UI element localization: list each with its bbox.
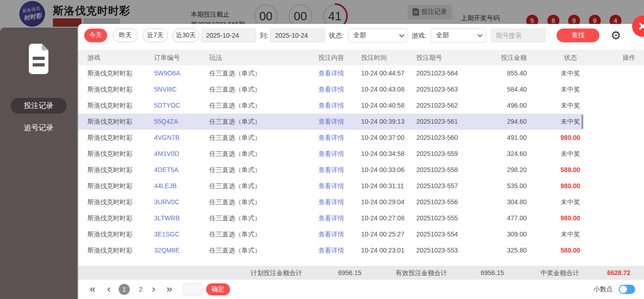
next-page-button[interactable]: › [152,282,155,297]
plan-total-value: 6956.15 [338,266,362,280]
cell-play-type: 任三直选（单式） [209,81,301,98]
prev-page-button[interactable]: ‹ [107,282,110,297]
cell-game: 斯洛伐克时时彩 [78,194,154,210]
last-page-button[interactable]: » [167,282,172,297]
cell-status: 未中奖 [527,81,614,98]
page-number[interactable]: 2 [135,284,146,295]
cell-bet-time: 10-24 00:34:58 [361,146,416,162]
sidebar-item-label: 投注记录 [24,101,53,111]
cell-bet-time: 10-24 00:23:01 [361,242,416,259]
date-from-input[interactable]: 2025-10-24 [201,29,256,42]
order-number-link[interactable]: 4VGN7B [154,134,179,141]
gear-icon[interactable]: ⚙ [608,27,624,44]
order-number-link[interactable]: 3URV0C [154,198,179,206]
cell-status: 未中奖 [527,98,614,114]
cell-play-type: 任三直选（单式） [209,178,301,194]
view-detail-link[interactable]: 查看详情 [318,69,344,77]
game-select-value: 全部 [436,31,449,40]
page-number-current[interactable]: 1 [119,284,130,295]
cell-status: 980.00 [527,130,614,146]
table-row: 斯洛伐克时时彩 4DET5A 任三直选（单式） 查看详情 10-24 00:33… [78,162,644,178]
summary-row: 计划投注金额合计 6956.15 有效投注金额合计 6956.15 中奖金额合计… [78,266,644,280]
view-detail-link[interactable]: 查看详情 [318,214,344,222]
cell-operation [614,210,644,226]
page-jump-confirm-button[interactable]: 确定 [206,283,230,295]
cell-play-type: 任三直选（单式） [209,210,301,226]
table-row: 斯洛伐克时时彩 55Q4ZA 任三直选（单式） 查看详情 10-24 00:39… [78,114,644,130]
cell-game: 斯洛伐克时时彩 [78,114,154,130]
search-button[interactable]: 查找 [557,29,599,42]
order-number-link[interactable]: 3LTWRB [154,214,180,222]
cell-bet-time: 10-24 00:39:13 [361,114,416,130]
plan-total-label: 计划投注金额合计 [251,266,302,280]
status-select-value: 全部 [353,31,366,40]
cell-play-type: 任三直选（单式） [209,226,301,242]
valid-total-label: 有效投注金额合计 [396,266,447,280]
cell-play-type: 任三直选（单式） [209,194,301,210]
game-filter-label: 游戏: [412,29,426,42]
order-number-link[interactable]: 44LEJB [154,182,177,190]
order-number-link[interactable]: 4DET5A [154,166,178,173]
quick-filter-7days[interactable]: 近7天 [143,29,168,42]
view-detail-link[interactable]: 查看详情 [318,150,344,157]
cell-bet-time: 10-24 00:40:58 [361,98,416,114]
cell-game: 斯洛伐克时时彩 [78,98,154,114]
cell-period: 20251023-558 [416,162,485,178]
order-number-link[interactable]: 32QM8E [154,247,179,254]
view-detail-link[interactable]: 查看详情 [318,102,344,109]
view-detail-link[interactable]: 查看详情 [318,118,344,125]
cell-status: 588.00 [527,242,614,259]
cell-amount: 324.60 [485,146,527,162]
status-filter-label: 状态: [329,29,344,42]
date-to-input[interactable]: 2025-10-24 [270,29,325,42]
cell-game: 斯洛伐克时时彩 [78,210,154,226]
cell-status: 588.00 [527,162,614,178]
win-total-label: 中奖金额合计 [540,266,579,280]
page-jump-input[interactable] [183,283,202,295]
cell-operation [614,130,644,146]
order-number-link[interactable]: 3E1SGC [154,230,179,238]
order-number-link[interactable]: 5DTYOC [154,102,180,109]
cell-period: 20251023-561 [416,114,485,130]
col-header-status: 状态 [527,50,614,65]
cell-bet-time: 10-24 00:29:04 [361,194,416,210]
order-number-link[interactable]: 5NVI8C [154,86,177,93]
order-number-link[interactable]: 4M1V0D [154,150,179,157]
cell-operation [614,194,644,210]
view-detail-link[interactable]: 查看详情 [318,134,344,141]
quick-filter-today[interactable]: 今天 [84,29,107,42]
chevron-down-icon [399,32,404,37]
quick-filter-yesterday[interactable]: 昨天 [113,29,138,42]
scrollbar-thumb[interactable] [581,115,583,129]
period-search-input[interactable] [491,29,546,42]
view-detail-link[interactable]: 查看详情 [318,86,344,93]
cell-play-type: 任三直选（单式） [209,98,301,114]
cell-amount: 855.40 [485,65,527,81]
cell-bet-time: 10-24 00:43:08 [361,81,416,98]
view-detail-link[interactable]: 查看详情 [318,198,344,206]
sidebar-item-chase-records[interactable]: 追号记录 [11,120,67,136]
order-number-link[interactable]: 55Q4ZA [154,118,178,125]
cell-bet-time: 10-24 00:25:27 [361,226,416,242]
order-number-link[interactable]: 5W9O6A [154,69,180,77]
quick-filter-30days[interactable]: 近30天 [172,29,199,42]
status-select[interactable]: 全部 [348,29,408,42]
cell-game: 斯洛伐克时时彩 [78,146,154,162]
col-header-play: 玩法 [209,50,301,65]
col-header-amount: 投注金额 [485,50,527,65]
cell-status: 980.00 [527,178,614,194]
table-row: 斯洛伐克时时彩 5W9O6A 任三直选（单式） 查看详情 10-24 00:44… [78,65,644,81]
col-header-order: 订单编号 [154,50,209,65]
sidebar-item-bet-records[interactable]: 投注记录 [11,98,67,114]
first-page-button[interactable]: « [90,282,95,297]
decimal-toggle[interactable] [619,285,635,294]
view-detail-link[interactable]: 查看详情 [318,166,344,173]
valid-total-value: 6956.15 [481,266,504,280]
view-detail-link[interactable]: 查看详情 [318,230,344,238]
game-select[interactable]: 全部 [431,29,486,42]
table-body: 斯洛伐克时时彩 5W9O6A 任三直选（单式） 查看详情 10-24 00:44… [78,65,644,259]
view-detail-link[interactable]: 查看详情 [318,182,344,190]
cell-operation [614,242,644,259]
filter-bar: 今天 昨天 近7天 近30天 2025-10-24 到: 2025-10-24 … [78,24,644,50]
view-detail-link[interactable]: 查看详情 [318,247,344,254]
